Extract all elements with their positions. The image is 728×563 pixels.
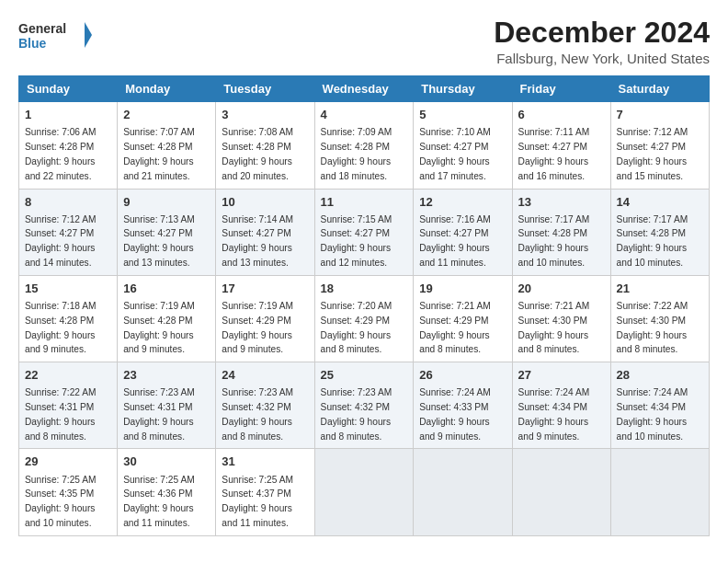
cell-content: Sunrise: 7:12 AMSunset: 4:27 PMDaylight:… <box>617 127 688 180</box>
calendar-cell <box>512 449 610 535</box>
calendar-cell: 4Sunrise: 7:09 AMSunset: 4:28 PMDaylight… <box>314 102 414 189</box>
day-number: 15 <box>25 281 111 297</box>
day-number: 1 <box>25 107 111 123</box>
calendar-cell: 20Sunrise: 7:21 AMSunset: 4:30 PMDayligh… <box>512 275 610 362</box>
cell-content: Sunrise: 7:22 AMSunset: 4:30 PMDaylight:… <box>617 301 688 354</box>
calendar-cell: 29Sunrise: 7:25 AMSunset: 4:35 PMDayligh… <box>19 449 118 535</box>
column-header-friday: Friday <box>512 76 610 102</box>
cell-content: Sunrise: 7:24 AMSunset: 4:34 PMDaylight:… <box>518 387 590 441</box>
calendar-week-row: 1Sunrise: 7:06 AMSunset: 4:28 PMDaylight… <box>19 102 710 189</box>
cell-content: Sunrise: 7:07 AMSunset: 4:28 PMDaylight:… <box>123 127 195 180</box>
calendar-cell: 7Sunrise: 7:12 AMSunset: 4:27 PMDaylight… <box>610 102 709 189</box>
calendar-cell: 27Sunrise: 7:24 AMSunset: 4:34 PMDayligh… <box>512 362 610 449</box>
calendar-cell: 30Sunrise: 7:25 AMSunset: 4:36 PMDayligh… <box>118 449 216 535</box>
calendar-week-row: 22Sunrise: 7:22 AMSunset: 4:31 PMDayligh… <box>19 362 710 449</box>
column-header-monday: Monday <box>118 76 216 102</box>
calendar-cell: 13Sunrise: 7:17 AMSunset: 4:28 PMDayligh… <box>512 189 610 275</box>
day-number: 20 <box>518 281 605 297</box>
day-number: 9 <box>123 194 210 211</box>
column-header-sunday: Sunday <box>19 76 118 102</box>
cell-content: Sunrise: 7:16 AMSunset: 4:27 PMDaylight:… <box>419 214 491 268</box>
cell-content: Sunrise: 7:14 AMSunset: 4:27 PMDaylight:… <box>222 214 293 268</box>
day-number: 3 <box>222 107 308 123</box>
day-number: 13 <box>518 194 605 211</box>
cell-content: Sunrise: 7:21 AMSunset: 4:29 PMDaylight:… <box>419 301 491 354</box>
calendar-cell: 19Sunrise: 7:21 AMSunset: 4:29 PMDayligh… <box>414 275 512 362</box>
calendar-week-row: 15Sunrise: 7:18 AMSunset: 4:28 PMDayligh… <box>19 275 710 362</box>
cell-content: Sunrise: 7:25 AMSunset: 4:35 PMDaylight:… <box>25 475 97 528</box>
day-number: 16 <box>123 281 210 297</box>
day-number: 11 <box>321 194 408 211</box>
calendar-cell: 1Sunrise: 7:06 AMSunset: 4:28 PMDaylight… <box>19 102 118 189</box>
column-header-wednesday: Wednesday <box>314 76 414 102</box>
calendar-cell <box>414 449 512 535</box>
svg-text:General: General <box>18 21 66 36</box>
calendar-cell: 16Sunrise: 7:19 AMSunset: 4:28 PMDayligh… <box>118 275 216 362</box>
day-number: 27 <box>518 367 605 384</box>
calendar-cell: 5Sunrise: 7:10 AMSunset: 4:27 PMDaylight… <box>414 102 512 189</box>
day-number: 21 <box>617 281 703 297</box>
day-number: 24 <box>222 367 308 384</box>
svg-marker-2 <box>85 22 92 48</box>
calendar-cell: 26Sunrise: 7:24 AMSunset: 4:33 PMDayligh… <box>414 362 512 449</box>
cell-content: Sunrise: 7:21 AMSunset: 4:30 PMDaylight:… <box>518 301 590 354</box>
cell-content: Sunrise: 7:20 AMSunset: 4:29 PMDaylight:… <box>321 301 392 354</box>
day-number: 28 <box>617 367 703 384</box>
calendar-cell: 25Sunrise: 7:23 AMSunset: 4:32 PMDayligh… <box>314 362 414 449</box>
logo: General Blue <box>18 17 92 53</box>
calendar-cell: 24Sunrise: 7:23 AMSunset: 4:32 PMDayligh… <box>216 362 314 449</box>
location-title: Fallsburg, New York, United States <box>494 51 710 66</box>
logo-svg: General Blue <box>18 17 92 53</box>
calendar-cell: 31Sunrise: 7:25 AMSunset: 4:37 PMDayligh… <box>216 449 314 535</box>
day-number: 4 <box>321 107 408 123</box>
calendar-cell: 22Sunrise: 7:22 AMSunset: 4:31 PMDayligh… <box>19 362 118 449</box>
calendar-cell: 15Sunrise: 7:18 AMSunset: 4:28 PMDayligh… <box>19 275 118 362</box>
calendar-cell: 28Sunrise: 7:24 AMSunset: 4:34 PMDayligh… <box>610 362 709 449</box>
calendar-cell <box>314 449 414 535</box>
day-number: 23 <box>123 367 210 384</box>
cell-content: Sunrise: 7:13 AMSunset: 4:27 PMDaylight:… <box>123 214 195 268</box>
day-number: 26 <box>419 367 506 384</box>
cell-content: Sunrise: 7:23 AMSunset: 4:32 PMDaylight:… <box>222 387 293 441</box>
cell-content: Sunrise: 7:19 AMSunset: 4:29 PMDaylight:… <box>222 301 293 354</box>
day-number: 19 <box>419 281 506 297</box>
cell-content: Sunrise: 7:24 AMSunset: 4:34 PMDaylight:… <box>617 387 688 441</box>
day-number: 12 <box>419 194 506 211</box>
day-number: 2 <box>123 107 210 123</box>
calendar-header-row: SundayMondayTuesdayWednesdayThursdayFrid… <box>19 76 710 102</box>
cell-content: Sunrise: 7:10 AMSunset: 4:27 PMDaylight:… <box>419 127 491 180</box>
cell-content: Sunrise: 7:23 AMSunset: 4:31 PMDaylight:… <box>123 387 195 441</box>
column-header-tuesday: Tuesday <box>216 76 314 102</box>
day-number: 17 <box>222 281 308 297</box>
title-area: December 2024 Fallsburg, New York, Unite… <box>494 17 710 66</box>
day-number: 10 <box>222 194 308 211</box>
calendar-cell: 11Sunrise: 7:15 AMSunset: 4:27 PMDayligh… <box>314 189 414 275</box>
svg-text:Blue: Blue <box>18 36 47 51</box>
day-number: 6 <box>518 107 605 123</box>
cell-content: Sunrise: 7:09 AMSunset: 4:28 PMDaylight:… <box>321 127 392 180</box>
calendar-cell: 8Sunrise: 7:12 AMSunset: 4:27 PMDaylight… <box>19 189 118 275</box>
day-number: 25 <box>321 367 408 384</box>
cell-content: Sunrise: 7:22 AMSunset: 4:31 PMDaylight:… <box>25 387 97 441</box>
calendar-week-row: 8Sunrise: 7:12 AMSunset: 4:27 PMDaylight… <box>19 189 710 275</box>
calendar-cell: 2Sunrise: 7:07 AMSunset: 4:28 PMDaylight… <box>118 102 216 189</box>
day-number: 8 <box>25 194 111 211</box>
calendar-cell: 14Sunrise: 7:17 AMSunset: 4:28 PMDayligh… <box>610 189 709 275</box>
calendar-cell: 21Sunrise: 7:22 AMSunset: 4:30 PMDayligh… <box>610 275 709 362</box>
day-number: 29 <box>25 454 111 470</box>
calendar-table: SundayMondayTuesdayWednesdayThursdayFrid… <box>18 75 710 536</box>
day-number: 5 <box>419 107 506 123</box>
cell-content: Sunrise: 7:18 AMSunset: 4:28 PMDaylight:… <box>25 301 97 354</box>
calendar-cell: 3Sunrise: 7:08 AMSunset: 4:28 PMDaylight… <box>216 102 314 189</box>
cell-content: Sunrise: 7:06 AMSunset: 4:28 PMDaylight:… <box>25 127 97 180</box>
month-title: December 2024 <box>494 17 710 49</box>
cell-content: Sunrise: 7:12 AMSunset: 4:27 PMDaylight:… <box>25 214 97 268</box>
page-header: General Blue December 2024 Fallsburg, Ne… <box>18 17 710 66</box>
day-number: 31 <box>222 454 308 470</box>
calendar-cell <box>610 449 709 535</box>
calendar-cell: 10Sunrise: 7:14 AMSunset: 4:27 PMDayligh… <box>216 189 314 275</box>
calendar-cell: 6Sunrise: 7:11 AMSunset: 4:27 PMDaylight… <box>512 102 610 189</box>
calendar-cell: 23Sunrise: 7:23 AMSunset: 4:31 PMDayligh… <box>118 362 216 449</box>
day-number: 18 <box>321 281 408 297</box>
calendar-cell: 9Sunrise: 7:13 AMSunset: 4:27 PMDaylight… <box>118 189 216 275</box>
